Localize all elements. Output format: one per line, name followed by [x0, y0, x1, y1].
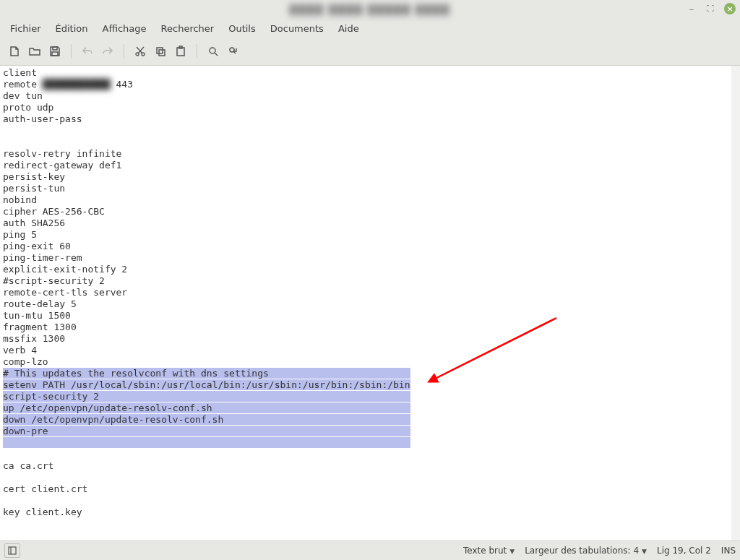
- new-file-icon[interactable]: [4, 41, 25, 61]
- editor-line[interactable]: comp-lzo: [3, 356, 740, 368]
- cut-icon[interactable]: [130, 41, 150, 61]
- editor-line[interactable]: persist-tun: [3, 183, 740, 194]
- svg-rect-11: [9, 547, 16, 554]
- search-replace-icon[interactable]: [223, 41, 244, 61]
- menu-view[interactable]: Affichage: [95, 20, 153, 37]
- svg-point-8: [210, 48, 215, 53]
- editor-line[interactable]: tun-mtu 1500: [3, 310, 740, 322]
- editor-line[interactable]: [3, 137, 740, 148]
- svg-rect-1: [52, 52, 58, 56]
- editor-line[interactable]: #script-security 2: [3, 275, 740, 287]
- svg-rect-4: [157, 48, 163, 53]
- editor-line[interactable]: ping 5: [3, 229, 740, 241]
- editor-line[interactable]: key client.key: [3, 507, 740, 518]
- chevron-down-icon: ▼: [509, 548, 515, 555]
- undo-icon[interactable]: [77, 41, 98, 61]
- editor-line[interactable]: auth-user-pass: [3, 113, 740, 125]
- open-file-icon[interactable]: [25, 41, 45, 61]
- editor-line[interactable]: up /etc/openvpn/update-resolv-conf.sh: [3, 402, 740, 414]
- editor-line[interactable]: dev tun: [3, 90, 740, 102]
- menu-search[interactable]: Rechercher: [154, 20, 222, 37]
- editor-line[interactable]: client: [3, 67, 740, 79]
- toolbar: [0, 38, 740, 66]
- editor-line[interactable]: route-delay 5: [3, 298, 740, 310]
- minimize-button[interactable]: –: [687, 4, 697, 14]
- status-syntax[interactable]: Texte brut▼: [463, 546, 515, 556]
- editor-line[interactable]: auth SHA256: [3, 217, 740, 229]
- copy-icon[interactable]: [150, 41, 171, 61]
- editor-line[interactable]: # This updates the resolvconf with dns s…: [3, 368, 740, 379]
- editor-line[interactable]: cipher AES-256-CBC: [3, 206, 740, 217]
- editor-line[interactable]: remote-cert-tls server: [3, 287, 740, 298]
- editor-line[interactable]: mssfix 1300: [3, 333, 740, 345]
- menubar: Fichier Édition Affichage Rechercher Out…: [0, 19, 740, 38]
- editor-line[interactable]: [3, 437, 740, 449]
- menu-file[interactable]: Fichier: [3, 20, 48, 37]
- status-syntax-label: Texte brut: [463, 546, 507, 556]
- menu-tools[interactable]: Outils: [221, 20, 263, 37]
- search-icon[interactable]: [203, 41, 223, 61]
- svg-rect-5: [159, 50, 165, 56]
- editor-line[interactable]: proto udp: [3, 102, 740, 113]
- editor-line[interactable]: [3, 518, 740, 530]
- statusbar: Texte brut▼ Largeur des tabulations: 4▼ …: [0, 540, 740, 560]
- editor-line[interactable]: ping-exit 60: [3, 241, 740, 252]
- status-tabwidth-label: Largeur des tabulations:: [525, 546, 630, 556]
- menu-help[interactable]: Aide: [331, 20, 366, 37]
- editor-line[interactable]: ping-timer-rem: [3, 252, 740, 264]
- save-icon[interactable]: [45, 41, 65, 61]
- paste-icon[interactable]: [171, 41, 191, 61]
- status-insert-mode[interactable]: INS: [721, 546, 736, 556]
- side-panel-toggle[interactable]: [4, 543, 20, 558]
- status-tabwidth-value: 4: [633, 546, 639, 556]
- editor-area[interactable]: clientremote ████████████ 443dev tunprot…: [0, 66, 740, 540]
- svg-rect-0: [53, 47, 57, 50]
- editor-line[interactable]: persist-key: [3, 171, 740, 183]
- editor-line[interactable]: ca ca.crt: [3, 460, 740, 472]
- editor-line[interactable]: down-pre: [3, 426, 740, 437]
- chevron-down-icon: ▼: [642, 548, 647, 555]
- close-button[interactable]: ×: [724, 3, 736, 14]
- editor-line[interactable]: [3, 495, 740, 507]
- editor-line[interactable]: setenv PATH /usr/local/sbin:/usr/local/b…: [3, 379, 740, 391]
- menu-documents[interactable]: Documents: [263, 20, 331, 37]
- editor-line[interactable]: cert client.crt: [3, 483, 740, 495]
- editor-line[interactable]: fragment 1300: [3, 322, 740, 333]
- editor-line[interactable]: [3, 125, 740, 137]
- editor-line[interactable]: down /etc/openvpn/update-resolv-conf.sh: [3, 414, 740, 426]
- editor-line[interactable]: explicit-exit-notify 2: [3, 264, 740, 275]
- maximize-button[interactable]: ⛶: [705, 4, 715, 14]
- window-title: ████ ████ █████ ████: [6, 4, 734, 15]
- editor-line[interactable]: remote ████████████ 443: [3, 79, 740, 90]
- editor-line[interactable]: script-security 2: [3, 391, 740, 402]
- editor-line[interactable]: nobind: [3, 194, 740, 206]
- editor-line[interactable]: verb 4: [3, 345, 740, 356]
- editor-line[interactable]: redirect-gateway def1: [3, 160, 740, 171]
- redo-icon[interactable]: [98, 41, 118, 61]
- status-position: Lig 19, Col 2: [657, 546, 711, 556]
- editor-line[interactable]: [3, 449, 740, 460]
- editor-line[interactable]: resolv-retry infinite: [3, 148, 740, 160]
- status-tabwidth[interactable]: Largeur des tabulations: 4▼: [525, 546, 647, 556]
- menu-edit[interactable]: Édition: [48, 20, 95, 37]
- editor-line[interactable]: [3, 472, 740, 483]
- titlebar: ████ ████ █████ ████ – ⛶ ×: [0, 0, 740, 19]
